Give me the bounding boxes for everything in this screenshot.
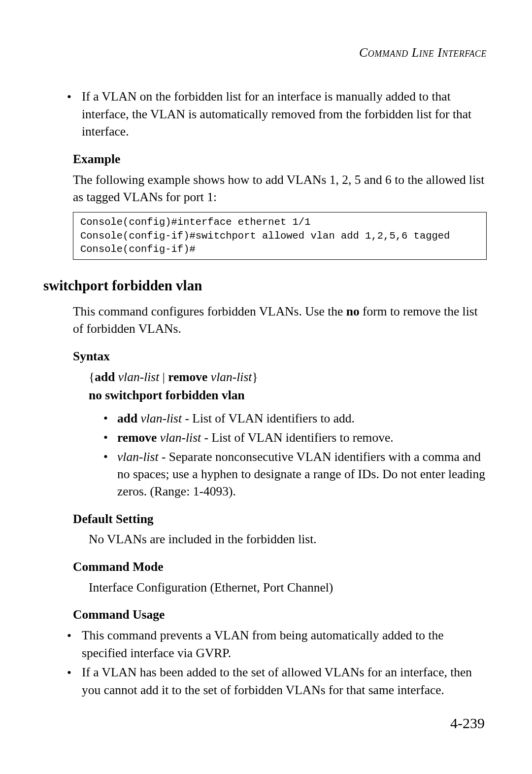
syntax-heading: Syntax: [43, 348, 487, 365]
list-item: This command prevents a VLAN from being …: [67, 627, 487, 662]
bullet-item: If a VLAN on the forbidden list for an i…: [67, 88, 487, 141]
syntax-cmd2: no switchport forbidden vlan: [89, 388, 245, 402]
param-add: add: [117, 411, 137, 425]
brace-open: {: [89, 370, 95, 384]
code-block: Console(config)#interface ethernet 1/1 C…: [73, 212, 487, 260]
param-desc: - Separate nonconsecutive VLAN identifie…: [117, 450, 485, 498]
syntax-line-1: {add vlan-list | remove vlan-list} no sw…: [43, 368, 487, 405]
page-header: Command Line Interface: [43, 45, 487, 60]
mode-heading: Command Mode: [43, 558, 487, 576]
usage-heading: Command Usage: [43, 606, 487, 624]
param-vlist: vlan-list: [141, 411, 182, 425]
example-heading: Example: [43, 150, 487, 168]
syntax-param-list: add vlan-list - List of VLAN identifiers…: [43, 410, 487, 500]
brace-close: }: [252, 370, 258, 384]
param-desc: - List of VLAN identifiers to remove.: [201, 430, 393, 445]
default-text: No VLANs are included in the forbidden l…: [43, 530, 487, 548]
command-intro: This command configures forbidden VLANs.…: [43, 303, 487, 338]
syntax-add: add: [95, 370, 115, 384]
intro-no: no: [346, 304, 360, 318]
page-number: 4-239: [450, 715, 485, 732]
example-intro: The following example shows how to add V…: [43, 171, 487, 206]
usage-list: This command prevents a VLAN from being …: [43, 627, 487, 699]
list-item: add vlan-list - List of VLAN identifiers…: [103, 410, 487, 427]
top-bullet-list: If a VLAN on the forbidden list for an i…: [43, 88, 487, 141]
syntax-remove: remove: [168, 370, 207, 384]
syntax-vlist1: vlan-list: [118, 370, 160, 384]
intro-text-1: This command configures forbidden VLANs.…: [73, 304, 346, 318]
list-item: If a VLAN has been added to the set of a…: [67, 664, 487, 699]
param-vlist: vlan-list: [117, 450, 159, 464]
param-desc: - List of VLAN identifiers to add.: [182, 411, 355, 425]
param-vlist: vlan-list: [160, 430, 201, 445]
syntax-pipe: |: [159, 370, 168, 384]
syntax-vlist2: vlan-list: [211, 370, 252, 384]
param-remove: remove: [117, 430, 157, 445]
list-item: remove vlan-list - List of VLAN identifi…: [103, 429, 487, 446]
command-heading: switchport forbidden vlan: [43, 276, 487, 296]
list-item: vlan-list - Separate nonconsecutive VLAN…: [103, 448, 487, 500]
mode-text: Interface Configuration (Ethernet, Port …: [43, 579, 487, 597]
default-heading: Default Setting: [43, 510, 487, 528]
